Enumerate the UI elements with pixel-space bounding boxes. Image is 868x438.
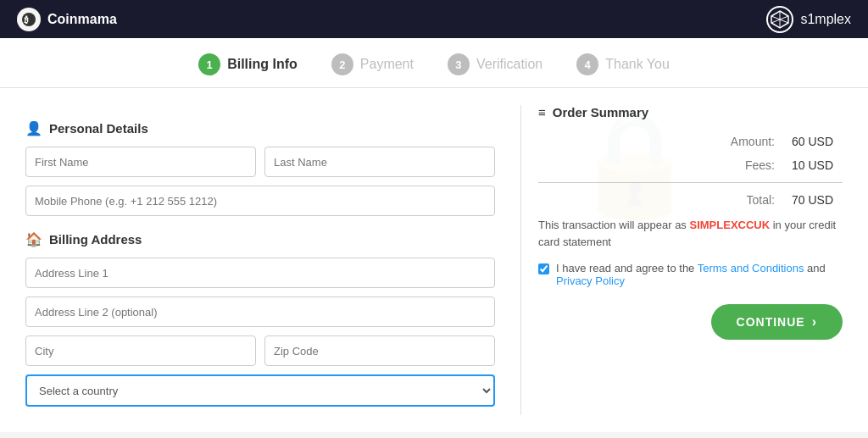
person-icon: 👤 bbox=[25, 120, 42, 136]
phone-row bbox=[25, 186, 495, 216]
transaction-brand: SIMPLEXCCUK bbox=[689, 219, 770, 231]
amount-row: Amount: 60 USD bbox=[538, 135, 843, 148]
city-input[interactable] bbox=[25, 335, 256, 366]
terms-and: and bbox=[804, 262, 825, 274]
coinmama-logo-icon: ₿ bbox=[17, 8, 41, 31]
address2-row bbox=[25, 297, 495, 327]
terms-checkbox[interactable] bbox=[538, 263, 549, 274]
step-4-circle: 4 bbox=[576, 53, 598, 75]
left-panel: 👤 Personal Details 🏠 Billing Address bbox=[25, 105, 520, 415]
simplex-logo-icon bbox=[766, 6, 793, 33]
transaction-note-prefix: This transaction will appear as bbox=[538, 219, 689, 231]
list-icon: ≡ bbox=[538, 105, 546, 119]
steps-bar: 1 Billing Info 2 Payment 3 Verification … bbox=[0, 38, 868, 88]
first-name-input[interactable] bbox=[25, 147, 256, 177]
order-summary-heading: ≡ Order Summary bbox=[538, 105, 843, 119]
order-divider bbox=[538, 182, 843, 183]
main-wrapper: 🔒 👤 Personal Details 🏠 Billing Address bbox=[0, 88, 868, 432]
step-2-circle: 2 bbox=[331, 53, 353, 75]
last-name-input[interactable] bbox=[264, 147, 495, 177]
step-verification: 3 Verification bbox=[448, 53, 542, 75]
step-2-label: Payment bbox=[360, 57, 414, 72]
continue-label: CONTINUE bbox=[737, 315, 805, 329]
home-icon: 🏠 bbox=[25, 231, 42, 247]
continue-button[interactable]: CONTINUE › bbox=[711, 304, 843, 340]
step-billing: 1 Billing Info bbox=[198, 53, 298, 75]
step-payment: 2 Payment bbox=[331, 53, 414, 75]
amount-value: 60 USD bbox=[792, 135, 843, 148]
svg-text:₿: ₿ bbox=[24, 15, 29, 25]
step-thankyou: 4 Thank You bbox=[576, 53, 670, 75]
step-1-label: Billing Info bbox=[227, 57, 298, 72]
billing-address-heading: 🏠 Billing Address bbox=[25, 231, 495, 247]
amount-label: Amount: bbox=[731, 135, 775, 148]
right-panel: ≡ Order Summary Amount: 60 USD Fees: 10 … bbox=[520, 105, 843, 415]
simplex-text: s1mplex bbox=[800, 12, 851, 27]
name-row bbox=[25, 147, 495, 177]
step-3-label: Verification bbox=[476, 57, 542, 72]
coinmama-text: Coinmama bbox=[47, 12, 117, 27]
coinmama-logo: ₿ Coinmama bbox=[17, 8, 117, 31]
address1-input[interactable] bbox=[25, 258, 495, 288]
fees-label: Fees: bbox=[745, 158, 775, 172]
terms-row: I have read and agree to the Terms and C… bbox=[538, 262, 843, 287]
header: ₿ Coinmama s1mplex bbox=[0, 0, 868, 38]
order-summary-label: Order Summary bbox=[553, 105, 648, 119]
city-zip-row bbox=[25, 335, 495, 366]
main-content: 👤 Personal Details 🏠 Billing Address bbox=[0, 88, 868, 432]
transaction-note: This transaction will appear as SIMPLEXC… bbox=[538, 217, 843, 250]
billing-address-label: Billing Address bbox=[49, 232, 142, 247]
terms-text: I have read and agree to the Terms and C… bbox=[556, 262, 843, 287]
personal-details-heading: 👤 Personal Details bbox=[25, 120, 495, 136]
zip-input[interactable] bbox=[264, 335, 495, 366]
country-row: Select a country United States United Ki… bbox=[25, 374, 495, 407]
fees-row: Fees: 10 USD bbox=[538, 158, 843, 172]
country-select[interactable]: Select a country United States United Ki… bbox=[25, 374, 495, 407]
address2-input[interactable] bbox=[25, 297, 495, 327]
terms-link[interactable]: Terms and Conditions bbox=[698, 262, 804, 274]
address1-row bbox=[25, 258, 495, 288]
total-value: 70 USD bbox=[792, 193, 843, 207]
privacy-link[interactable]: Privacy Policy bbox=[556, 274, 625, 287]
step-3-circle: 3 bbox=[448, 53, 470, 75]
step-1-circle: 1 bbox=[198, 53, 220, 75]
continue-arrow: › bbox=[812, 314, 817, 330]
step-4-label: Thank You bbox=[605, 57, 670, 72]
terms-prefix: I have read and agree to the bbox=[556, 262, 698, 274]
phone-input[interactable] bbox=[25, 186, 495, 216]
total-row: Total: 70 USD bbox=[538, 193, 843, 207]
fees-value: 10 USD bbox=[792, 158, 843, 172]
total-label: Total: bbox=[747, 193, 775, 207]
personal-details-label: Personal Details bbox=[49, 121, 148, 136]
simplex-logo: s1mplex bbox=[766, 6, 851, 33]
